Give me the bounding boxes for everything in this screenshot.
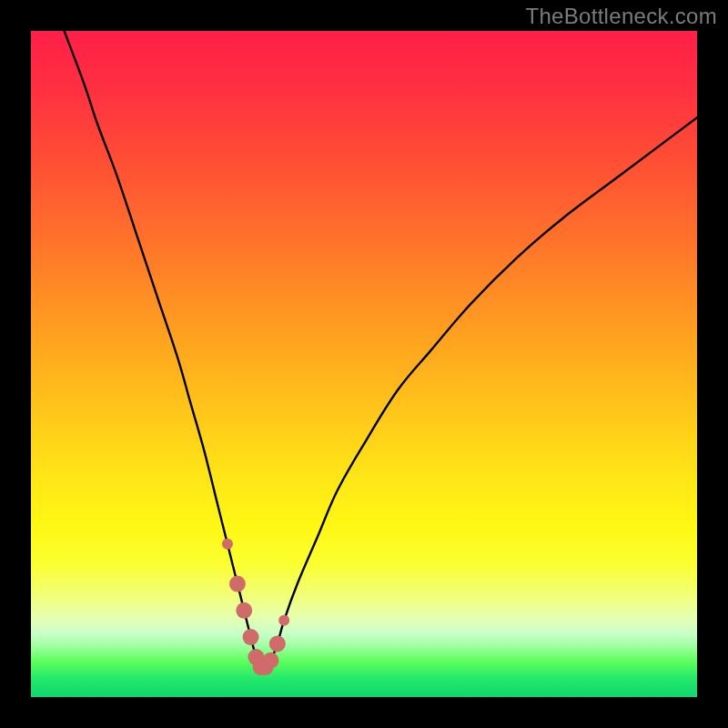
- valley-marker: [269, 635, 286, 652]
- valley-marker: [236, 602, 252, 619]
- chart-frame: TheBottleneck.com: [0, 0, 728, 728]
- valley-marker: [222, 539, 233, 550]
- valley-marker: [278, 615, 289, 626]
- watermark-text: TheBottleneck.com: [525, 4, 717, 29]
- bottleneck-curve-layer: [31, 31, 697, 697]
- valley-marker: [229, 576, 246, 592]
- valley-marker: [263, 652, 279, 669]
- bottleneck-curve: [65, 31, 697, 668]
- plot-area: [31, 31, 697, 697]
- valley-marker: [243, 629, 259, 645]
